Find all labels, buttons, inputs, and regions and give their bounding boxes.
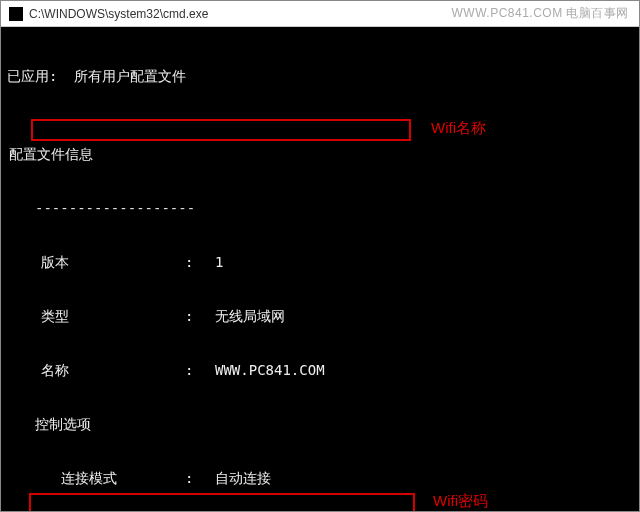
value: 1 xyxy=(215,253,635,271)
label: 名称 xyxy=(5,361,185,379)
label: 类型 xyxy=(5,307,185,325)
row-type: 类型:无线局域网 xyxy=(5,307,635,325)
row-ctrl: 控制选项 xyxy=(5,415,635,433)
highlight-box-password xyxy=(29,493,415,511)
applied-line: 已应用: 所有用户配置文件 xyxy=(5,67,635,85)
cmd-icon xyxy=(9,7,23,21)
value: 无线局域网 xyxy=(215,307,635,325)
label: 连接模式 xyxy=(5,469,185,487)
row-version: 版本:1 xyxy=(5,253,635,271)
row-conn-mode: 连接模式:自动连接 xyxy=(5,469,635,487)
console-output[interactable]: 已应用: 所有用户配置文件 配置文件信息 -------------------… xyxy=(1,27,639,511)
divider: ------------------- xyxy=(5,199,635,217)
annotation-wifi-name: Wifi名称 xyxy=(431,119,486,137)
titlebar[interactable]: C:\WINDOWS\system32\cmd.exe WWW.PC841.CO… xyxy=(1,1,639,27)
annotation-wifi-password: Wifi密码 xyxy=(433,492,488,510)
cmd-window: C:\WINDOWS\system32\cmd.exe WWW.PC841.CO… xyxy=(0,0,640,512)
highlight-box-name xyxy=(31,119,411,141)
watermark-text: WWW.PC841.COM 电脑百事网 xyxy=(451,5,629,22)
section-profile-header: 配置文件信息 xyxy=(5,145,635,163)
row-name: 名称:WWW.PC841.COM xyxy=(5,361,635,379)
value: 自动连接 xyxy=(215,469,635,487)
label: 版本 xyxy=(5,253,185,271)
window-title: C:\WINDOWS\system32\cmd.exe xyxy=(29,7,208,21)
value-wifi-name: WWW.PC841.COM xyxy=(215,361,635,379)
